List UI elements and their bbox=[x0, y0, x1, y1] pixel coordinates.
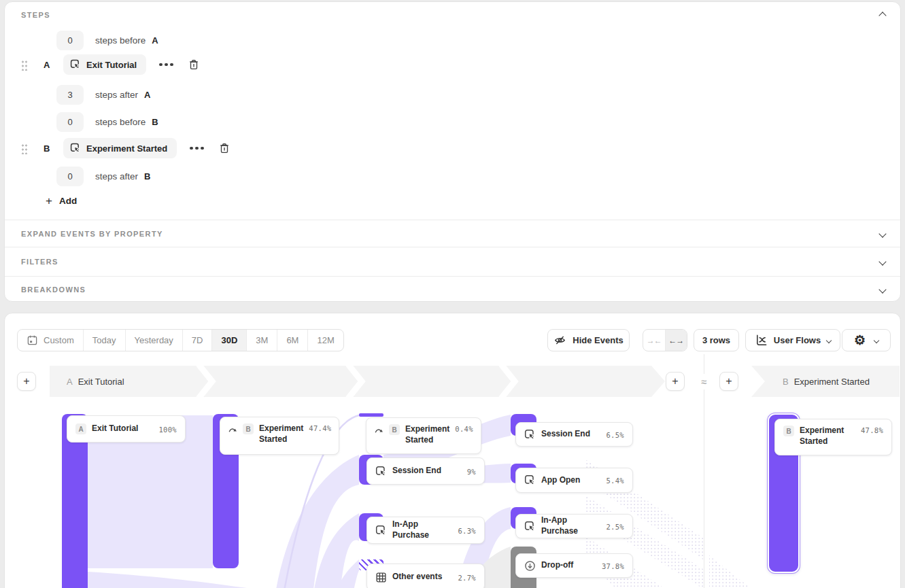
more-options-icon[interactable] bbox=[190, 147, 204, 150]
event-icon bbox=[524, 429, 536, 440]
flows-chart-panel: Custom Today Yesterday 7D 30D 3M 6M 12M … bbox=[4, 313, 901, 588]
query-builder-panel: STEPS 0 steps before A A Exit Tutorial 3… bbox=[4, 1, 901, 302]
step-b-badge: B bbox=[243, 423, 254, 434]
settings-button[interactable]: ⚙ bbox=[842, 329, 891, 351]
event-name: Exit Tutorial bbox=[86, 60, 137, 70]
eye-off-icon bbox=[553, 334, 566, 347]
gap-row-ref: B bbox=[152, 117, 158, 127]
chevron-down-icon bbox=[878, 230, 886, 237]
step-chevron-separators bbox=[50, 366, 665, 397]
trash-icon[interactable] bbox=[218, 142, 230, 154]
flow-card-experiment-started-47[interactable]: B Experiment Started 47.4% bbox=[220, 417, 339, 455]
calendar-icon bbox=[27, 334, 38, 346]
chevron-down-icon bbox=[874, 337, 879, 343]
width-toggle-control: →← ←→ bbox=[643, 329, 687, 351]
steps-section-title: STEPS bbox=[21, 11, 50, 19]
flow-card-experiment-started-b[interactable]: B Experiment Started 47.8% bbox=[774, 419, 892, 455]
rows-count-button[interactable]: 3 rows bbox=[694, 329, 739, 351]
date-range-yesterday[interactable]: Yesterday bbox=[125, 330, 182, 351]
gap-row-label: steps before bbox=[95, 117, 146, 127]
steps-before-b-input[interactable]: 0 bbox=[56, 112, 84, 132]
add-step-before-b-button[interactable]: + bbox=[719, 372, 738, 391]
drop-off-icon bbox=[524, 560, 536, 572]
flow-card-in-app-purchase[interactable]: In-App Purchase 6.3% bbox=[366, 517, 485, 544]
flow-card-experiment-started-04[interactable]: B Experiment Started 0.4% bbox=[366, 417, 481, 454]
drag-handle-icon[interactable] bbox=[21, 59, 28, 71]
add-step-button[interactable]: + Add bbox=[46, 195, 77, 207]
steps-gap-row: 0 steps before B bbox=[56, 111, 158, 132]
event-name: Experiment Started bbox=[86, 143, 167, 154]
expand-icon[interactable]: ←→ bbox=[665, 330, 687, 351]
flow-card-in-app-purchase-2[interactable]: In-App Purchase 2.5% bbox=[515, 514, 633, 538]
date-range-3m[interactable]: 3M bbox=[246, 330, 277, 351]
step-b-badge: B bbox=[389, 424, 400, 435]
flow-card-exit-tutorial[interactable]: A Exit Tutorial 100% bbox=[67, 415, 186, 443]
steps-gap-row: 3 steps after A bbox=[56, 84, 150, 105]
step-letter: A bbox=[44, 60, 53, 70]
gap-row-ref: A bbox=[152, 35, 158, 46]
jump-arrow-icon bbox=[375, 426, 383, 434]
flow-node-bar-experiment-started-small[interactable] bbox=[359, 413, 383, 417]
flow-card-drop-off[interactable]: Drop-off 37.8% bbox=[515, 553, 633, 578]
gap-row-ref: A bbox=[144, 90, 150, 100]
trash-icon[interactable] bbox=[188, 58, 200, 71]
chevron-down-icon bbox=[878, 258, 886, 265]
date-range-custom[interactable]: Custom bbox=[18, 330, 83, 351]
gap-row-label: steps after bbox=[95, 171, 138, 181]
grid-icon bbox=[375, 572, 387, 583]
step-b-badge: B bbox=[783, 426, 794, 436]
date-range-6m[interactable]: 6M bbox=[277, 330, 307, 351]
compress-icon[interactable]: →← bbox=[643, 330, 665, 351]
event-icon bbox=[524, 521, 536, 532]
collapse-steps-chevron-icon[interactable] bbox=[878, 12, 886, 19]
view-selector-user-flows[interactable]: User Flows bbox=[745, 329, 840, 351]
drag-handle-icon[interactable] bbox=[21, 143, 28, 154]
event-icon bbox=[70, 143, 81, 154]
approx-symbol: ≈ bbox=[691, 374, 716, 390]
plus-icon: + bbox=[46, 195, 52, 207]
step-a-badge: A bbox=[75, 423, 86, 434]
event-picker-exit-tutorial[interactable]: Exit Tutorial bbox=[63, 54, 146, 75]
flow-header-step-b: B Experiment Started bbox=[751, 366, 900, 397]
steps-gap-row: 0 steps before A bbox=[56, 30, 158, 50]
date-range-control: Custom Today Yesterday 7D 30D 3M 6M 12M bbox=[17, 329, 344, 351]
steps-after-a-input[interactable]: 3 bbox=[56, 85, 84, 105]
chevron-down-icon bbox=[878, 286, 886, 293]
add-step-before-button[interactable]: + bbox=[17, 372, 36, 391]
step-row-a: A Exit Tutorial bbox=[21, 54, 200, 75]
chevron-down-icon bbox=[826, 337, 832, 343]
flows-chart-icon bbox=[755, 334, 768, 347]
steps-after-b-input[interactable]: 0 bbox=[56, 167, 84, 186]
section-expand-events-by-property[interactable]: EXPAND EVENTS BY PROPERTY bbox=[5, 220, 900, 247]
steps-before-a-input[interactable]: 0 bbox=[56, 31, 84, 50]
date-range-12m[interactable]: 12M bbox=[307, 330, 343, 351]
gear-icon: ⚙ bbox=[854, 334, 866, 347]
user-flows-report: { "glyphs": {"plus": "+", "approx": "≈"}… bbox=[0, 0, 905, 588]
steps-gap-row: 0 steps after B bbox=[56, 166, 150, 186]
gap-row-label: steps after bbox=[95, 90, 138, 100]
event-picker-experiment-started[interactable]: Experiment Started bbox=[63, 138, 177, 158]
flow-card-other-events[interactable]: Other events 2.7% bbox=[366, 564, 485, 588]
step-letter: B bbox=[44, 143, 53, 154]
gap-row-label: steps before bbox=[95, 35, 146, 46]
event-icon bbox=[70, 59, 81, 70]
hide-events-button[interactable]: Hide Events bbox=[547, 329, 630, 351]
flow-card-session-end[interactable]: Session End 9% bbox=[366, 457, 485, 485]
section-filters[interactable]: FILTERS bbox=[5, 247, 900, 276]
flow-card-session-end-2[interactable]: Session End 6.5% bbox=[515, 422, 633, 447]
section-breakdowns[interactable]: BREAKDOWNS bbox=[5, 276, 900, 302]
event-icon bbox=[524, 474, 536, 486]
more-options-icon[interactable] bbox=[159, 63, 173, 67]
date-range-30d-selected[interactable]: 30D bbox=[211, 330, 246, 351]
event-icon bbox=[375, 525, 387, 536]
step-row-b: B Experiment Started bbox=[21, 137, 230, 159]
flow-card-app-open[interactable]: App Open 5.4% bbox=[515, 468, 633, 493]
gap-row-ref: B bbox=[144, 171, 150, 181]
date-range-7d[interactable]: 7D bbox=[182, 330, 212, 351]
event-icon bbox=[375, 466, 387, 477]
jump-arrow-icon bbox=[228, 425, 237, 433]
date-range-today[interactable]: Today bbox=[83, 330, 125, 351]
flow-header-step-a: A Exit Tutorial bbox=[50, 366, 665, 397]
add-step-after-a-button[interactable]: + bbox=[666, 372, 685, 391]
